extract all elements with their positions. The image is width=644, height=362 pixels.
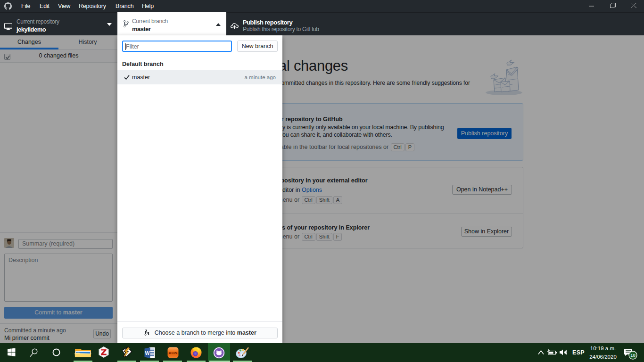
svg-text:18: 18 — [630, 353, 636, 358]
svg-text:W: W — [145, 350, 150, 356]
svg-text:iCON: iCON — [169, 351, 177, 354]
